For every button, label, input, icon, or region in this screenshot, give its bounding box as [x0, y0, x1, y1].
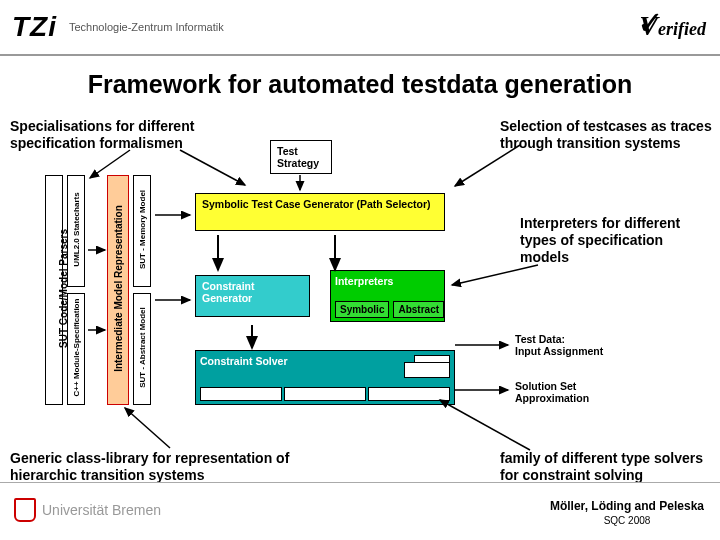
- annotation-top-right: Selection of testcases as traces through…: [500, 118, 715, 152]
- annotation-bottom-left: Generic class-library for representation…: [10, 450, 330, 484]
- block-bitvector: Bit-Vector: [368, 387, 450, 402]
- conference: SQC 2008: [550, 515, 704, 526]
- diagram-area: SUT Code/Model Parsers UML2.0 Statechart…: [45, 175, 675, 440]
- authors: Möller, Löding and Peleska: [550, 499, 704, 513]
- block-boolean: Boolean: [404, 362, 450, 378]
- tzi-subtitle: Technologie-Zentrum Informatik: [69, 21, 224, 33]
- check-icon: ✓: [637, 4, 664, 42]
- verified-text: erified: [658, 19, 706, 39]
- label-solution-set: Solution Set Approximation: [515, 380, 635, 404]
- block-linear: Linear Arithmetic: [284, 387, 366, 402]
- verified-logo: ✓ Verified: [639, 10, 706, 42]
- block-constraint-solver: Constraint Solver Interval Analysis Line…: [195, 350, 455, 405]
- label-cpp: C++ Module-Specification: [72, 292, 81, 404]
- header-bar: TZi Technologie-Zentrum Informatik ✓ Ver…: [0, 0, 720, 56]
- label-memory: SUT - Memory Model: [138, 178, 147, 282]
- label-abstract-model: SUT - Abstract Model: [138, 296, 147, 400]
- shield-icon: [14, 498, 36, 522]
- footer-bar: Universität Bremen Möller, Löding and Pe…: [0, 482, 720, 540]
- label-interpreters: Interpreters: [335, 275, 440, 287]
- block-interpreters: Interpreters Symbolic Abstract: [330, 270, 445, 322]
- university-name: Universität Bremen: [42, 502, 161, 518]
- label-uml: UML2.0 Statecharts: [72, 178, 81, 282]
- svg-line-0: [90, 150, 130, 178]
- block-symbolic-generator: Symbolic Test Case Generator (Path Selec…: [195, 193, 445, 231]
- block-abstract: Abstract: [393, 301, 444, 318]
- annotation-top-left: Specialisations for different specificat…: [10, 118, 230, 152]
- university-logo: Universität Bremen: [14, 498, 161, 522]
- slide-title: Framework for automated testdata generat…: [0, 70, 720, 99]
- block-test-strategy: Test Strategy: [270, 140, 332, 174]
- annotation-bottom-right: family of different type solvers for con…: [500, 450, 715, 484]
- block-constraint-generator: Constraint Generator: [195, 275, 310, 317]
- tzi-logo: TZi: [12, 11, 57, 43]
- block-interval: Interval Analysis: [200, 387, 282, 402]
- label-intermediate: Intermediate Model Representation: [113, 192, 124, 386]
- label-test-data: Test Data: Input Assignment: [515, 333, 635, 357]
- block-symbolic: Symbolic: [335, 301, 389, 318]
